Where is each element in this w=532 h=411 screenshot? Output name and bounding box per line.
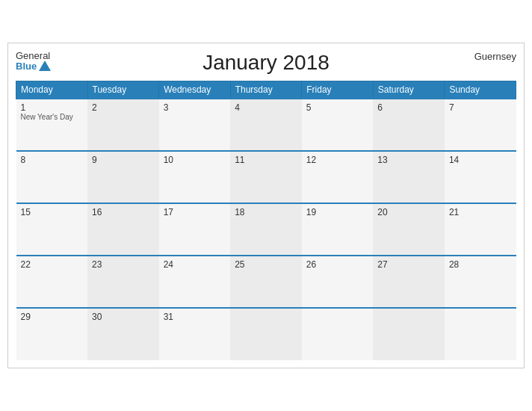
day-number: 21	[449, 207, 512, 217]
day-cell	[445, 308, 516, 360]
day-cell: 24	[159, 256, 231, 308]
day-number: 13	[377, 155, 440, 165]
day-cell: 1New Year's Day	[16, 99, 88, 151]
day-cell: 27	[373, 256, 445, 308]
day-number: 14	[449, 155, 512, 165]
day-cell: 29	[16, 308, 88, 360]
day-cell	[302, 308, 374, 360]
day-number: 24	[164, 259, 226, 270]
week-row-2: 891011121314	[16, 151, 516, 203]
calendar-header: General Blue January 2018 Guernsey	[16, 51, 516, 75]
day-number: 3	[164, 102, 226, 113]
day-number: 2	[92, 102, 155, 113]
day-cell	[373, 308, 445, 360]
header-thursday: Thursday	[230, 81, 302, 99]
day-cell: 6	[373, 99, 445, 151]
day-number: 31	[164, 312, 226, 322]
day-cell: 31	[159, 308, 231, 360]
day-cell: 15	[16, 203, 88, 256]
day-cell: 18	[230, 203, 302, 256]
day-cell: 26	[302, 256, 374, 308]
day-number: 11	[235, 155, 297, 165]
day-number: 12	[306, 155, 369, 165]
day-number: 23	[92, 259, 155, 270]
day-number: 17	[164, 207, 226, 217]
day-number: 27	[377, 259, 440, 270]
day-number: 18	[235, 207, 297, 217]
day-cell: 23	[87, 256, 159, 308]
day-number: 19	[306, 207, 369, 217]
day-number: 29	[21, 312, 84, 322]
day-number: 5	[306, 102, 369, 113]
day-number: 15	[21, 207, 84, 217]
day-number: 28	[449, 259, 512, 270]
day-number: 16	[92, 207, 155, 217]
calendar-container: General Blue January 2018 Guernsey Monda…	[7, 43, 525, 368]
day-cell: 9	[87, 151, 159, 203]
header-sunday: Sunday	[445, 81, 516, 99]
week-row-3: 15161718192021	[16, 203, 516, 256]
day-cell: 12	[302, 151, 374, 203]
header-saturday: Saturday	[373, 81, 445, 99]
day-cell: 13	[373, 151, 445, 203]
day-number: 30	[92, 312, 155, 322]
event-label: New Year's Day	[21, 113, 84, 121]
day-number: 6	[377, 102, 440, 113]
day-cell: 21	[445, 203, 516, 256]
logo: General Blue	[16, 51, 51, 71]
day-number: 26	[306, 259, 369, 270]
day-cell: 25	[230, 256, 302, 308]
day-cell	[230, 308, 302, 360]
header-wednesday: Wednesday	[159, 81, 231, 99]
calendar-table: Monday Tuesday Wednesday Thursday Friday…	[16, 81, 516, 360]
week-row-1: 1New Year's Day234567	[16, 99, 516, 151]
day-cell: 17	[159, 203, 231, 256]
day-cell: 14	[445, 151, 516, 203]
day-cell: 10	[159, 151, 231, 203]
header-friday: Friday	[302, 81, 374, 99]
week-row-4: 22232425262728	[16, 256, 516, 308]
day-number: 25	[235, 259, 297, 270]
day-number: 8	[21, 155, 84, 165]
day-cell: 30	[87, 308, 159, 360]
day-number: 1	[21, 102, 84, 113]
day-cell: 5	[302, 99, 374, 151]
header-tuesday: Tuesday	[87, 81, 159, 99]
day-number: 20	[377, 207, 440, 217]
country-label: Guernsey	[474, 51, 516, 62]
day-cell: 19	[302, 203, 374, 256]
day-cell: 8	[16, 151, 88, 203]
day-number: 7	[449, 102, 512, 113]
day-number: 4	[235, 102, 297, 113]
logo-blue-text: Blue	[16, 61, 51, 71]
day-number: 10	[164, 155, 226, 165]
day-cell: 20	[373, 203, 445, 256]
day-cell: 22	[16, 256, 88, 308]
day-cell: 3	[159, 99, 231, 151]
logo-triangle-icon	[39, 61, 51, 71]
day-number: 9	[92, 155, 155, 165]
weekday-header-row: Monday Tuesday Wednesday Thursday Friday…	[16, 81, 516, 99]
day-cell: 11	[230, 151, 302, 203]
day-cell: 16	[87, 203, 159, 256]
day-cell: 7	[445, 99, 516, 151]
calendar-title: January 2018	[202, 51, 330, 75]
logo-general-text: General	[16, 51, 51, 61]
day-number: 22	[21, 259, 84, 270]
day-cell: 2	[87, 99, 159, 151]
day-cell: 28	[445, 256, 516, 308]
header-monday: Monday	[16, 81, 88, 99]
week-row-5: 293031	[16, 308, 516, 360]
day-cell: 4	[230, 99, 302, 151]
